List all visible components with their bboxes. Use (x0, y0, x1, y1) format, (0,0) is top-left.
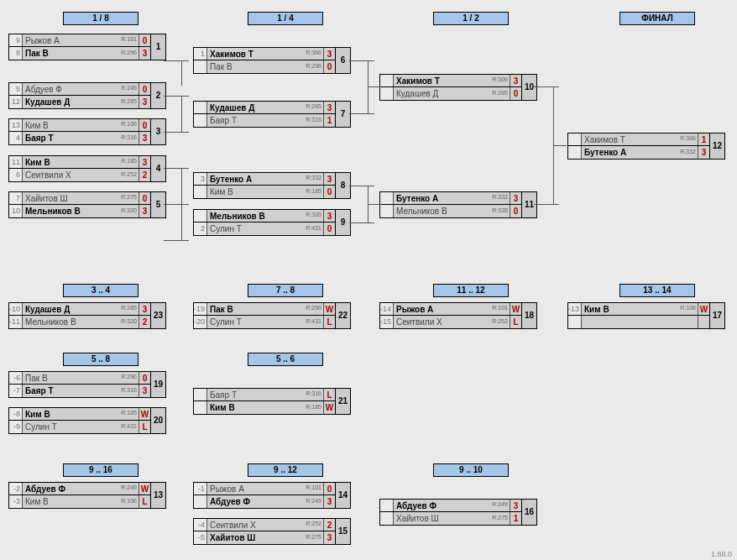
seed (194, 102, 207, 113)
match-row: -8 Ким ВR:185 W (8, 407, 151, 421)
player-name: Баяр ТR:316 (23, 132, 139, 144)
seed: 9 (9, 34, 23, 46)
seed (194, 495, 207, 508)
match-row: 4 Баяр ТR:316 3 (8, 132, 151, 145)
score: 2 (139, 316, 150, 328)
player-name: Сеитвили ХR:252 (394, 316, 510, 328)
score: 3 (323, 48, 335, 60)
seed (194, 114, 207, 127)
match-row: 6 Сеитвили ХR:252 2 (8, 169, 151, 182)
rating: R:249 (121, 81, 137, 94)
version-label: 1.88.0 (711, 550, 732, 558)
match-3: 13 Ким ВR:106 0 4 Баяр ТR:316 3 3 (8, 118, 151, 145)
player-name (582, 316, 698, 328)
match-row: Баяр ТR:316 L (193, 388, 336, 401)
round-label-56: 5 .. 6 (248, 353, 323, 366)
score: W (323, 303, 335, 315)
rating: R:320 (121, 315, 137, 327)
score: W (698, 303, 709, 315)
player-name: Сеитвили ХR:252 (207, 519, 323, 531)
rating: R:316 (121, 131, 137, 144)
match-number: 16 (522, 499, 537, 526)
match-row: Ким ВR:185 0 (193, 186, 336, 199)
rating: R:106 (680, 301, 696, 314)
player-name: Мельников ВR:320 (23, 316, 139, 328)
rating: R:332 (306, 171, 321, 184)
rating: R:285 (306, 100, 321, 113)
match-number: 17 (710, 302, 725, 329)
match-row: -19 Пак ВR:296 W (193, 302, 336, 316)
score: 0 (323, 222, 335, 235)
rating: R:296 (306, 60, 321, 72)
rating: R:275 (306, 531, 321, 543)
score: 0 (323, 483, 335, 495)
player-name: Пак ВR:296 (207, 60, 323, 73)
match-row: -7 Баяр ТR:316 3 (8, 385, 151, 398)
rating: R:252 (121, 168, 137, 181)
score: 0 (510, 205, 521, 217)
match-10: Хакимов ТR:366 3 Кудашев ДR:285 0 10 (379, 74, 522, 101)
player-name: Бутенко АR:332 (394, 192, 510, 204)
player-name: Абдуев ФR:249 (23, 83, 139, 95)
player-name: Рыжов АR:101 (23, 34, 139, 46)
rating: R:431 (306, 222, 321, 234)
score: 0 (510, 87, 521, 100)
player-name: Ким ВR:106 (582, 303, 698, 315)
round-label-910: 9 .. 10 (433, 463, 509, 477)
rating: R:101 (492, 301, 508, 314)
rating: R:249 (306, 495, 321, 507)
player-name: Хайитов ШR:275 (23, 192, 139, 204)
player-name: Пак ВR:296 (207, 303, 323, 315)
seed: 10 (9, 205, 23, 217)
score: 0 (139, 372, 150, 384)
round-label-78: 7 .. 8 (248, 284, 323, 297)
match-2: 5 Абдуев ФR:249 0 12 Кудашев ДR:285 3 2 (8, 82, 151, 109)
rating: R:320 (306, 208, 321, 221)
seed (380, 87, 394, 100)
round-label-916: 9 .. 16 (63, 463, 139, 477)
match-14: -1 Рыжов АR:101 0 Абдуев ФR:249 3 14 (193, 482, 336, 509)
round-label-912: 9 .. 12 (248, 463, 323, 477)
player-name: Хайитов ШR:275 (394, 512, 510, 525)
score: L (139, 495, 150, 508)
seed: 3 (194, 173, 207, 185)
round-label-12: 1 / 2 (433, 12, 509, 25)
match-row: -3 Ким ВR:106 L (8, 495, 151, 509)
match-row: Кудашев ДR:285 0 (379, 87, 522, 101)
rating: R:431 (306, 315, 321, 327)
seed: -7 (9, 385, 23, 397)
match-row: Хайитов ШR:275 1 (379, 512, 522, 526)
match-row: 5 Абдуев ФR:249 0 (8, 82, 151, 96)
match-row: 7 Хайитов ШR:275 0 (8, 191, 151, 205)
score: 3 (139, 47, 150, 60)
score: 3 (323, 173, 335, 185)
score: W (139, 483, 150, 495)
seed: -8 (9, 408, 23, 420)
score: 0 (139, 119, 150, 131)
player-name: Кудашев ДR:285 (23, 96, 139, 108)
rating: R:249 (492, 498, 508, 510)
seed (194, 389, 207, 400)
seed (380, 205, 394, 217)
player-name: Ким ВR:185 (23, 408, 139, 420)
player-name: Хакимов ТR:366 (207, 48, 323, 60)
player-name: Абдуев ФR:249 (207, 495, 323, 508)
match-number: 12 (710, 133, 725, 160)
seed: 12 (9, 96, 23, 108)
match-number: 19 (151, 371, 166, 398)
match-number: 14 (336, 482, 351, 509)
seed: -13 (568, 303, 582, 315)
match-15: -4 Сеитвили ХR:252 2 -5 Хайитов ШR:275 3… (193, 518, 336, 545)
match-row: Баяр ТR:316 1 (193, 114, 336, 128)
score: 3 (323, 210, 335, 222)
rating: R:316 (306, 387, 321, 400)
match-number: 23 (151, 302, 166, 329)
match-row: Бутенко АR:332 3 (379, 191, 522, 205)
match-row: -1 Рыжов АR:101 0 (193, 482, 336, 495)
match-row: Абдуев ФR:249 3 (193, 495, 336, 509)
match-row: 9 Рыжов АR:101 0 (8, 34, 151, 47)
player-name: Кудашев ДR:285 (23, 303, 139, 315)
rating: R:366 (306, 46, 321, 59)
match-row: -2 Абдуев ФR:249 W (8, 482, 151, 495)
seed: 2 (194, 222, 207, 235)
